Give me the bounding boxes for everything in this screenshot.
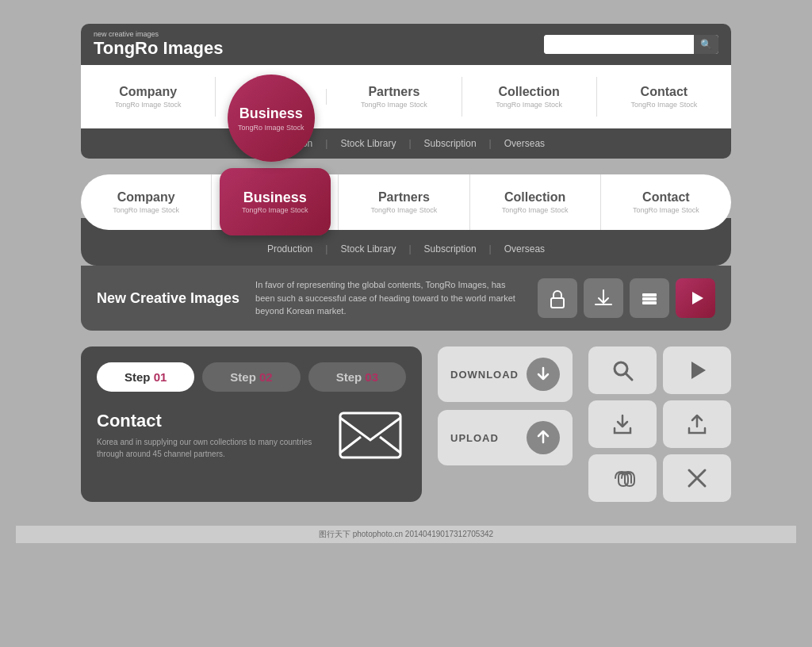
action-grid	[588, 346, 731, 502]
download-label: DOWNLOAD	[450, 369, 519, 381]
download-arrow-icon	[527, 358, 560, 391]
step1-button[interactable]: Step 01	[97, 362, 194, 392]
navbar2-menu: Company TongRo Image Stock Business Tong…	[81, 174, 731, 230]
svg-rect-0	[551, 298, 564, 308]
contact-info: Contact Korea and in supplying our own c…	[97, 411, 323, 460]
close-action-button[interactable]	[663, 454, 731, 502]
dl-upload-card: DOWNLOAD UPLOAD	[438, 346, 573, 502]
step3-button[interactable]: Step 03	[308, 362, 406, 392]
nav1-partners[interactable]: Partners TongRo Image Stock	[327, 77, 462, 117]
nav1-contact[interactable]: Contact TongRo Image Stock	[597, 77, 731, 117]
lock-icon-btn[interactable]	[538, 278, 577, 318]
download-button[interactable]: DOWNLOAD	[438, 346, 573, 402]
contact-text: Korea and in supplying our own collectio…	[97, 436, 323, 460]
download-action-button[interactable]	[588, 400, 657, 448]
sub2-production[interactable]: Production	[255, 240, 325, 258]
search-box[interactable]: 🔍	[544, 35, 718, 54]
nav1-business[interactable]: Business TongRo Image Stock	[216, 89, 327, 105]
bottom-row: Step 01 Step 02 Step 03 Contact Korea an…	[81, 346, 731, 502]
nav2-company[interactable]: Company TongRo Image Stock	[81, 174, 212, 230]
sub-subscription[interactable]: Subscription	[412, 135, 489, 152]
sub-overseas[interactable]: Overseas	[492, 135, 557, 152]
sub2-overseas[interactable]: Overseas	[492, 240, 557, 258]
play-icon-btn[interactable]	[676, 278, 715, 318]
nav2-collection[interactable]: Collection TongRo Image Stock	[470, 174, 601, 230]
navbar2: Company TongRo Image Stock Business Tong…	[81, 174, 731, 331]
svg-rect-5	[340, 413, 400, 457]
upload-arrow-icon	[527, 421, 560, 454]
contact-label: Contact	[97, 411, 323, 431]
nav2-business[interactable]: Business TongRo Image Stock	[212, 174, 339, 230]
banner-icons	[538, 278, 715, 318]
nav2-business-active[interactable]: Business TongRo Image Stock	[220, 168, 331, 235]
nav1-company[interactable]: Company TongRo Image Stock	[81, 77, 216, 117]
svg-rect-2	[642, 297, 657, 301]
nav1-business-active[interactable]: Business TongRo Image Stock	[228, 75, 315, 162]
navbar1: new creative images TongRo Images 🔍 Comp…	[81, 24, 731, 159]
svg-line-7	[626, 373, 632, 380]
nav1-collection[interactable]: Collection TongRo Image Stock	[462, 77, 597, 117]
banner-text: In favor of representing the global cont…	[255, 278, 522, 318]
nav2-partners[interactable]: Partners TongRo Image Stock	[339, 174, 469, 230]
search-action-button[interactable]	[588, 346, 657, 394]
banner-title: New Creative Images	[97, 290, 239, 307]
mail-icon	[335, 408, 406, 463]
navbar1-menu: Company TongRo Image Stock Business Tong…	[81, 65, 731, 128]
download-icon-btn[interactable]	[584, 278, 623, 318]
svg-marker-4	[692, 292, 703, 304]
step2-button[interactable]: Step 02	[202, 362, 300, 392]
navbar1-top: new creative images TongRo Images 🔍	[81, 24, 731, 65]
upload-action-button[interactable]	[663, 400, 731, 448]
svg-marker-8	[691, 362, 706, 379]
upload-button[interactable]: UPLOAD	[438, 410, 573, 465]
sub2-stock-library[interactable]: Stock Library	[327, 240, 408, 258]
banner-section: New Creative Images In favor of represen…	[81, 266, 731, 331]
steps-card: Step 01 Step 02 Step 03 Contact Korea an…	[81, 346, 422, 502]
brand: new creative images TongRo Images	[94, 30, 223, 59]
sub2-subscription[interactable]: Subscription	[412, 240, 489, 258]
brand-small: new creative images	[94, 30, 223, 38]
upload-label: UPLOAD	[450, 432, 499, 444]
contact-section: Contact Korea and in supplying our own c…	[97, 408, 406, 463]
play-action-button[interactable]	[663, 346, 731, 394]
nav2-contact[interactable]: Contact TongRo Image Stock	[601, 174, 731, 230]
navbar1-sub: Production | Stock Library | Subscriptio…	[81, 128, 731, 159]
svg-rect-3	[642, 301, 657, 304]
steps-row: Step 01 Step 02 Step 03	[97, 362, 406, 392]
sub-stock-library[interactable]: Stock Library	[327, 135, 408, 152]
search-button[interactable]: 🔍	[694, 35, 718, 54]
search-input[interactable]	[544, 35, 694, 54]
layers-icon-btn[interactable]	[630, 278, 669, 318]
footer-bar: 图行天下 photophoto.cn 20140419017312705342	[16, 526, 796, 543]
clip-action-button[interactable]	[588, 454, 657, 502]
footer-text: 图行天下 photophoto.cn 20140419017312705342	[319, 530, 493, 538]
svg-rect-1	[642, 293, 657, 297]
brand-big: TongRo Images	[94, 38, 223, 58]
